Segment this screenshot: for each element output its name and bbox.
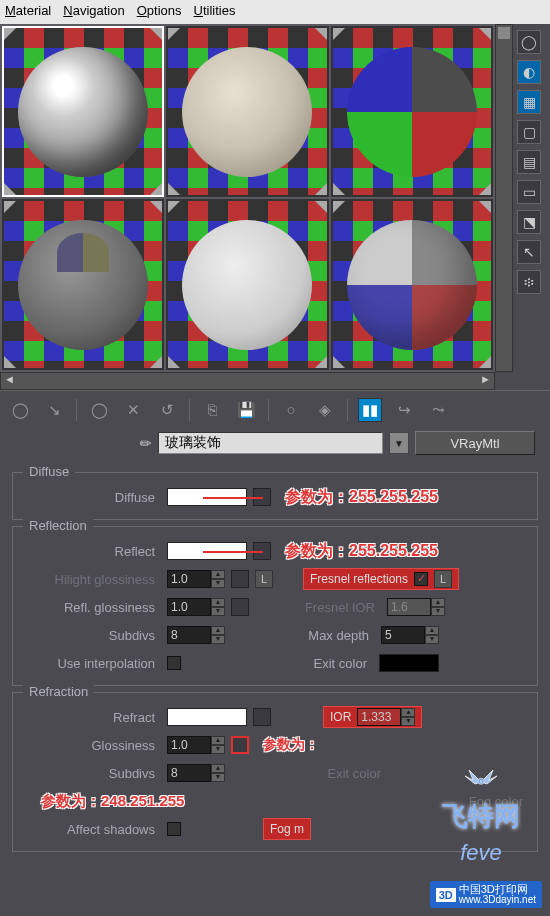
refr-subdivs-spinner[interactable]: ▲▼ <box>167 764 225 782</box>
exitcolor-label: Exit color <box>283 656 373 671</box>
menu-options[interactable]: Options <box>137 3 182 21</box>
go-forward-icon[interactable]: ↪ <box>392 398 416 422</box>
sample-type-icon[interactable]: ◯ <box>517 30 541 54</box>
svg-text:V: V <box>480 779 483 784</box>
go-parent-icon[interactable]: ▮▮ <box>358 398 382 422</box>
preview-area: ◯ ◐ ▦ ▢ ▤ ▭ ⬔ ↖ ፨ <box>0 24 550 372</box>
wings-icon: V <box>461 763 501 793</box>
refr-gloss-spinner[interactable]: ▲▼ <box>167 736 225 754</box>
reflection-group-title: Reflection <box>23 518 93 533</box>
hilight-map-slot[interactable] <box>231 570 249 588</box>
sample-uv-icon[interactable]: ▢ <box>517 120 541 144</box>
assign-icon[interactable]: ◯ <box>87 398 111 422</box>
diffuse-group-title: Diffuse <box>23 464 75 479</box>
material-name-input[interactable] <box>158 432 383 454</box>
useinterp-label: Use interpolation <box>21 656 161 671</box>
background-icon[interactable]: ▦ <box>517 90 541 114</box>
ior-spinner[interactable]: ▲▼ <box>357 708 415 726</box>
material-name-row: ✎ ▼ VRayMtl <box>0 428 550 458</box>
source-badge: 3D 中国3D打印网 www.3Ddayin.net <box>430 881 542 908</box>
delete-icon[interactable]: ✕ <box>121 398 145 422</box>
refr-exitcolor-label: Exit color <box>307 766 387 781</box>
refr-gloss-label: Glossiness <box>21 738 161 753</box>
affect-shadows-label: Affect shadows <box>21 822 161 837</box>
fresnel-ior-spinner[interactable]: ▲▼ <box>387 598 445 616</box>
fogm-box: Fog m <box>263 818 311 840</box>
reflection-group: Reflection Reflect 参数为：255.255.255 Hilig… <box>12 526 538 686</box>
refract-callout: 参数为：248.251.255 <box>41 792 184 811</box>
map-navigator-icon[interactable]: ፨ <box>517 270 541 294</box>
useinterp-checkbox[interactable] <box>167 656 181 670</box>
material-toolbar: ◯ ↘ ◯ ✕ ↺ ⎘ 💾 ○ ◈ ▮▮ ↪ ⤳ <box>0 390 550 428</box>
ior-box: IOR ▲▼ <box>323 706 422 728</box>
maxdepth-spinner[interactable]: ▲▼ <box>381 626 439 644</box>
material-slot-4[interactable] <box>2 199 164 370</box>
refr-subdivs-label: Subdivs <box>21 766 161 781</box>
material-slot-6[interactable] <box>331 199 493 370</box>
preview-icon[interactable]: ▭ <box>517 180 541 204</box>
menu-utilities[interactable]: Utilities <box>194 3 236 21</box>
refract-swatch[interactable] <box>167 708 247 726</box>
cube-icon: 3D <box>436 888 456 902</box>
reset-icon[interactable]: ↺ <box>155 398 179 422</box>
lock-button[interactable]: L <box>255 570 273 588</box>
show-map-icon[interactable]: ○ <box>279 398 303 422</box>
affect-shadows-checkbox[interactable] <box>167 822 181 836</box>
name-dropdown[interactable]: ▼ <box>389 432 409 454</box>
reflect-callout: 参数为：255.255.255 <box>285 541 438 562</box>
material-slot-5[interactable] <box>166 199 328 370</box>
side-toolbar: ◯ ◐ ▦ ▢ ▤ ▭ ⬔ ↖ ፨ <box>513 24 545 372</box>
copy-icon[interactable]: ⎘ <box>200 398 224 422</box>
watermark: V 飞特网 feve <box>442 763 520 866</box>
badge-url: www.3Ddayin.net <box>459 895 536 905</box>
hilight-gloss-spinner[interactable]: ▲▼ <box>167 570 225 588</box>
backlight-icon[interactable]: ◐ <box>517 60 541 84</box>
fresnel-checkbox[interactable] <box>414 572 428 586</box>
maxdepth-label: Max depth <box>285 628 375 643</box>
select-by-mat-icon[interactable]: ↖ <box>517 240 541 264</box>
fresnel-ior-label: Fresnel IOR <box>291 600 381 615</box>
refract-map-slot[interactable] <box>253 708 271 726</box>
options-icon[interactable]: ⬔ <box>517 210 541 234</box>
show-end-icon[interactable]: ◈ <box>313 398 337 422</box>
material-type-button[interactable]: VRayMtl <box>415 431 535 455</box>
subdivs-label: Subdivs <box>21 628 161 643</box>
refr-gloss-map-slot[interactable] <box>231 736 249 754</box>
reflect-swatch[interactable] <box>167 542 247 560</box>
refl-gloss-map-slot[interactable] <box>231 598 249 616</box>
preview-scrollbar-vertical[interactable] <box>495 24 513 372</box>
diffuse-group: Diffuse Diffuse 参数为：255.255.255 <box>12 472 538 520</box>
pick-icon[interactable]: ✎ <box>136 433 156 453</box>
watermark-brand: 飞特网 <box>442 799 520 834</box>
material-preview-grid <box>0 24 495 372</box>
reflect-label: Reflect <box>21 544 161 559</box>
exitcolor-swatch[interactable] <box>379 654 439 672</box>
watermark-sub: feve <box>460 840 502 866</box>
save-icon[interactable]: 💾 <box>234 398 258 422</box>
material-slot-3[interactable] <box>331 26 493 197</box>
refract-label: Refract <box>21 710 161 725</box>
ior-label: IOR <box>330 710 351 724</box>
diffuse-swatch[interactable] <box>167 488 247 506</box>
subdivs-spinner[interactable]: ▲▼ <box>167 626 225 644</box>
fresnel-label: Fresnel reflections <box>310 572 408 586</box>
diffuse-callout: 参数为：255.255.255 <box>285 487 438 508</box>
refraction-group-title: Refraction <box>23 684 94 699</box>
menu-navigation[interactable]: Navigation <box>63 3 124 21</box>
go-sibling-icon[interactable]: ⤳ <box>426 398 450 422</box>
refl-gloss-label: Refl. glossiness <box>21 600 161 615</box>
get-material-icon[interactable]: ◯ <box>8 398 32 422</box>
hilight-gloss-label: Hilight glossiness <box>21 572 161 587</box>
video-check-icon[interactable]: ▤ <box>517 150 541 174</box>
refr-gloss-callout: 参数为： <box>263 736 319 754</box>
fogm-label: Fog m <box>270 822 304 836</box>
material-slot-1[interactable] <box>2 26 164 197</box>
preview-scrollbar-horizontal[interactable] <box>0 372 495 390</box>
menu-material[interactable]: MMaterialaterial <box>5 3 51 21</box>
material-slot-2[interactable] <box>166 26 328 197</box>
put-to-scene-icon[interactable]: ↘ <box>42 398 66 422</box>
diffuse-label: Diffuse <box>21 490 161 505</box>
fresnel-lock[interactable]: L <box>434 570 452 588</box>
refl-gloss-spinner[interactable]: ▲▼ <box>167 598 225 616</box>
menu-bar: MMaterialaterial Navigation Options Util… <box>0 0 550 24</box>
